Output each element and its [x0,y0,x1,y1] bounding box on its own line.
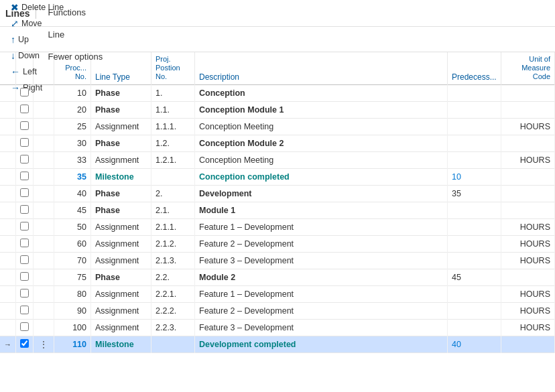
description: Feature 3 – Development [195,319,448,336]
table-row[interactable]: 10Phase1.Conception [0,84,555,101]
row-checkbox[interactable] [20,88,29,96]
row-checkbox-cell[interactable] [16,202,34,218]
row-checkbox-cell[interactable] [16,269,34,285]
row-options[interactable] [34,118,54,135]
row-checkbox[interactable] [20,172,29,180]
row-indicator [0,202,16,218]
row-checkbox[interactable] [20,121,29,130]
proc-no: 45 [54,202,91,218]
row-options[interactable] [34,252,54,269]
row-checkbox-cell[interactable] [16,302,34,319]
row-options[interactable] [34,168,54,185]
row-checkbox-cell[interactable] [16,285,34,302]
proj-pos: 2.1.2. [151,235,195,252]
row-checkbox-cell[interactable] [16,168,34,185]
proc-no: 110 [54,336,91,352]
table-row[interactable]: 80Assignment2.2.1.Feature 1 – Developmen… [0,285,555,302]
line-type: Phase [91,202,151,218]
col-uom: Unit ofMeasureCode [501,52,555,84]
description: Conception Module 2 [195,135,448,151]
proc-no: 100 [54,319,91,336]
table-row[interactable]: 60Assignment2.1.2.Feature 2 – Developmen… [0,235,555,252]
predecessors [448,218,501,235]
options-dots-icon[interactable]: ⋮ [38,339,50,350]
proj-pos: 1.1. [151,101,195,118]
row-options[interactable]: ⋮ [34,336,54,352]
table-row[interactable]: 35MilestoneConception completed10 [0,168,555,185]
row-options[interactable] [34,235,54,252]
uom-code: HOURS [501,218,555,235]
line-type: Assignment [91,218,151,235]
delete-line-button[interactable]: ✖Delete Line [5,0,69,15]
row-options[interactable] [34,302,54,319]
row-checkbox-cell[interactable] [16,151,34,168]
table-row[interactable]: 75Phase2.2.Module 245 [0,269,555,285]
row-checkbox-cell[interactable] [16,101,34,118]
uom-code: HOURS [501,151,555,168]
table-row[interactable]: 40Phase2.Development35 [0,185,555,202]
row-checkbox[interactable] [20,188,29,197]
table-row[interactable]: 90Assignment2.2.2.Feature 2 – Developmen… [0,302,555,319]
up-button[interactable]: ↑Up [5,31,34,48]
row-checkbox[interactable] [20,239,29,247]
line-type: Assignment [91,151,151,168]
row-options[interactable] [34,185,54,202]
row-checkbox-cell[interactable] [16,319,34,336]
row-options[interactable] [34,101,54,118]
row-indicator [0,185,16,202]
row-options[interactable] [34,285,54,302]
col-description: Description [195,52,448,84]
left-button[interactable]: ←Left [5,64,42,80]
row-checkbox-cell[interactable] [16,235,34,252]
delete-line-icon: ✖ [11,2,19,13]
description: Conception Module 1 [195,101,448,118]
row-checkbox-cell[interactable] [16,252,34,269]
move-button[interactable]: ⤢Move [5,15,48,31]
row-checkbox[interactable] [20,306,29,314]
row-checkbox-cell[interactable] [16,336,34,352]
row-checkbox-cell[interactable] [16,218,34,235]
table-row[interactable]: 50Assignment2.1.1.Feature 1 – Developmen… [0,218,555,235]
row-options[interactable] [34,151,54,168]
row-options[interactable] [34,269,54,285]
description: Conception [195,84,448,101]
uom-code: HOURS [501,319,555,336]
table-row[interactable]: →⋮110MilestoneDevelopment completed40 [0,336,555,352]
table-row[interactable]: 100Assignment2.2.3.Feature 3 – Developme… [0,319,555,336]
uom-code: HOURS [501,285,555,302]
table-row[interactable]: 70Assignment2.1.3.Feature 3 – Developmen… [0,252,555,269]
row-checkbox-cell[interactable] [16,135,34,151]
uom-code: HOURS [501,235,555,252]
uom-code [501,202,555,218]
left-icon: ← [11,66,20,77]
row-checkbox[interactable] [20,155,29,164]
proj-pos: 2.2. [151,269,195,285]
row-checkbox[interactable] [20,289,29,298]
row-indicator [0,151,16,168]
row-checkbox[interactable] [20,205,29,214]
row-checkbox[interactable] [20,222,29,231]
proc-no: 30 [54,135,91,151]
row-options[interactable] [34,202,54,218]
row-checkbox-cell[interactable] [16,185,34,202]
description: Conception Meeting [195,118,448,135]
row-checkbox[interactable] [20,255,29,264]
row-options[interactable] [34,319,54,336]
down-button[interactable]: ↓Down [5,48,45,64]
row-checkbox-cell[interactable] [16,118,34,135]
row-checkbox[interactable] [20,339,29,348]
table-row[interactable]: 33Assignment1.2.1.Conception MeetingHOUR… [0,151,555,168]
row-indicator [0,135,16,151]
proc-no: 40 [54,185,91,202]
table-row[interactable]: 45Phase2.1.Module 1 [0,202,555,218]
row-checkbox[interactable] [20,272,29,281]
row-checkbox[interactable] [20,105,29,113]
table-row[interactable]: 25Assignment1.1.1.Conception MeetingHOUR… [0,118,555,135]
description: Conception completed [195,168,448,185]
row-checkbox[interactable] [20,322,29,331]
table-row[interactable]: 20Phase1.1.Conception Module 1 [0,101,555,118]
table-row[interactable]: 30Phase1.2.Conception Module 2 [0,135,555,151]
row-checkbox[interactable] [20,138,29,147]
row-options[interactable] [34,218,54,235]
row-options[interactable] [34,135,54,151]
